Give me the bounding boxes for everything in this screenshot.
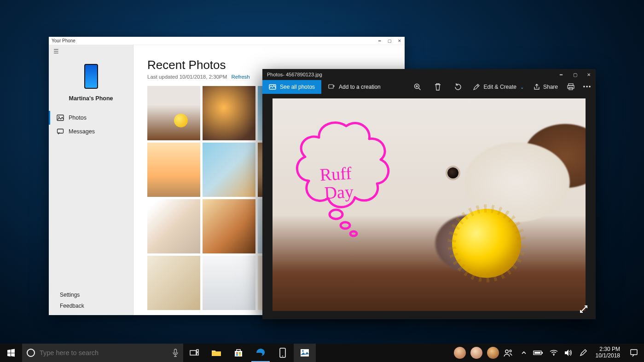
more-icon: ••• (583, 84, 592, 90)
more-button[interactable]: ••• (579, 84, 596, 90)
photo-subject-ball (452, 209, 521, 278)
microphone-icon[interactable] (172, 349, 179, 357)
phone-icon (84, 64, 98, 89)
messages-icon (57, 128, 64, 135)
see-all-photos-label: See all photos (280, 84, 315, 90)
edit-create-dropdown[interactable]: Edit & Create ⌄ (468, 80, 528, 94)
photo-thumbnail[interactable] (203, 86, 255, 140)
print-button[interactable] (563, 83, 579, 91)
rotate-icon (454, 83, 462, 91)
svg-point-11 (330, 210, 342, 219)
search-input[interactable] (40, 349, 168, 356)
photo-canvas[interactable]: Ruff Day (273, 98, 586, 311)
search-box[interactable] (22, 344, 183, 362)
close-button[interactable]: ✕ (582, 69, 596, 80)
maximize-button[interactable]: ▢ (384, 37, 395, 45)
store-icon (234, 348, 243, 357)
minimize-button[interactable]: ━ (554, 69, 568, 80)
volume-icon[interactable] (564, 349, 573, 356)
close-button[interactable]: ✕ (395, 37, 405, 45)
your-phone-titlebar: Your Phone ━ ▢ ✕ (49, 37, 405, 45)
photos-window: Photos- 4567890123.jpg ━ ▢ ✕ See all pho… (262, 69, 596, 319)
last-updated-prefix: Last updated (147, 74, 180, 80)
svg-rect-21 (236, 354, 238, 356)
share-label: Share (543, 84, 558, 90)
sidebar-item-messages[interactable]: Messages (49, 125, 133, 138)
photo-thumbnail[interactable] (203, 143, 255, 197)
minimize-button[interactable]: ━ (374, 37, 384, 45)
clock-date: 10/1/2018 (596, 353, 620, 359)
print-icon (567, 83, 575, 91)
ink-workspace-icon[interactable] (579, 349, 587, 357)
trash-icon (434, 83, 441, 91)
sidebar-label-feedback: Feedback (60, 303, 84, 309)
photo-subject-eye (447, 167, 458, 178)
task-view-icon (190, 349, 199, 356)
sidebar-label-messages: Messages (69, 128, 95, 135)
sidebar-item-photos[interactable]: Photos (49, 111, 133, 125)
fullscreen-button[interactable] (578, 304, 589, 315)
share-button[interactable]: Share (528, 83, 563, 91)
svg-rect-19 (236, 352, 238, 354)
svg-rect-9 (568, 86, 574, 88)
zoom-button[interactable] (407, 80, 428, 94)
wifi-icon[interactable] (550, 350, 558, 356)
windows-icon (7, 349, 15, 357)
see-all-photos-button[interactable]: See all photos (262, 80, 321, 94)
your-phone-sidebar: ☰ Martina's Phone Photos Messages (49, 45, 133, 315)
svg-rect-31 (534, 352, 540, 354)
collection-icon (269, 83, 276, 91)
edit-icon (473, 83, 480, 91)
svg-rect-14 (174, 349, 177, 353)
notifications-icon (630, 349, 638, 357)
svg-point-13 (350, 231, 357, 236)
add-to-creation-button[interactable]: Add to a creation (321, 80, 387, 94)
people-avatar[interactable] (454, 347, 466, 359)
people-button[interactable] (504, 349, 513, 357)
taskbar-your-phone[interactable] (272, 344, 294, 362)
photos-toolbar: See all photos Add to a creation (262, 80, 596, 94)
taskbar-store[interactable] (227, 344, 249, 362)
sidebar-item-settings[interactable]: Settings (49, 289, 133, 300)
svg-point-27 (505, 350, 508, 353)
photos-app-icon (300, 349, 309, 357)
hamburger-icon[interactable]: ☰ (49, 45, 133, 57)
task-view-button[interactable] (183, 344, 205, 362)
svg-rect-30 (542, 352, 543, 354)
phone-icon (279, 348, 286, 358)
share-icon (533, 83, 540, 91)
people-avatar[interactable] (470, 347, 482, 359)
svg-rect-22 (239, 354, 241, 356)
refresh-link[interactable]: Refresh (232, 74, 250, 80)
tray-overflow-button[interactable] (521, 350, 527, 356)
photos-icon (57, 114, 64, 121)
photo-thumbnail[interactable] (147, 143, 200, 197)
photo-thumbnail[interactable] (203, 256, 255, 310)
maximize-button[interactable]: ▢ (568, 69, 582, 80)
photo-thumbnail[interactable] (147, 256, 200, 310)
your-phone-title: Your Phone (52, 38, 75, 43)
photo-thumbnail[interactable] (147, 86, 200, 140)
action-center-button[interactable] (624, 344, 644, 362)
svg-point-12 (341, 222, 350, 229)
delete-button[interactable] (428, 80, 448, 94)
ink-annotation: Ruff Day (286, 117, 406, 236)
svg-rect-17 (197, 353, 198, 355)
photo-thumbnail[interactable] (147, 199, 200, 253)
taskbar-clock[interactable]: 2:30 PM 10/1/2018 (592, 344, 624, 362)
svg-rect-33 (631, 350, 637, 355)
photos-titlebar: Photos- 4567890123.jpg ━ ▢ ✕ (262, 69, 596, 80)
taskbar-edge[interactable] (249, 344, 272, 362)
svg-rect-18 (235, 351, 242, 356)
svg-rect-15 (190, 351, 196, 355)
svg-point-32 (553, 355, 554, 356)
svg-rect-6 (329, 85, 333, 88)
taskbar-photos[interactable] (294, 344, 316, 362)
people-avatar[interactable] (487, 347, 499, 359)
rotate-button[interactable] (448, 80, 468, 94)
sidebar-item-feedback[interactable]: Feedback (49, 300, 133, 311)
battery-icon[interactable] (533, 350, 543, 356)
taskbar-file-explorer[interactable] (205, 344, 227, 362)
photo-thumbnail[interactable] (203, 199, 255, 253)
start-button[interactable] (0, 344, 22, 362)
